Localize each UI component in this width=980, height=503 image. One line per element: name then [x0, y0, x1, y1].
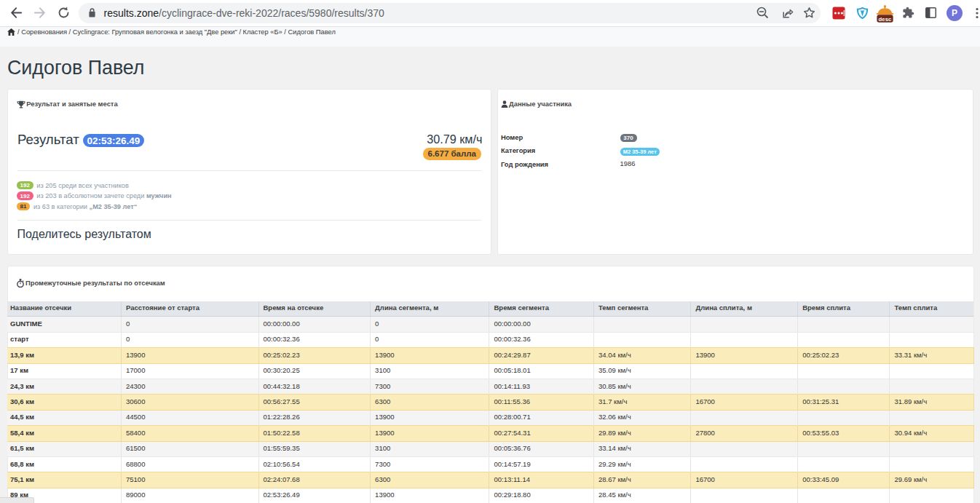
svg-text:desc: desc [879, 16, 892, 23]
